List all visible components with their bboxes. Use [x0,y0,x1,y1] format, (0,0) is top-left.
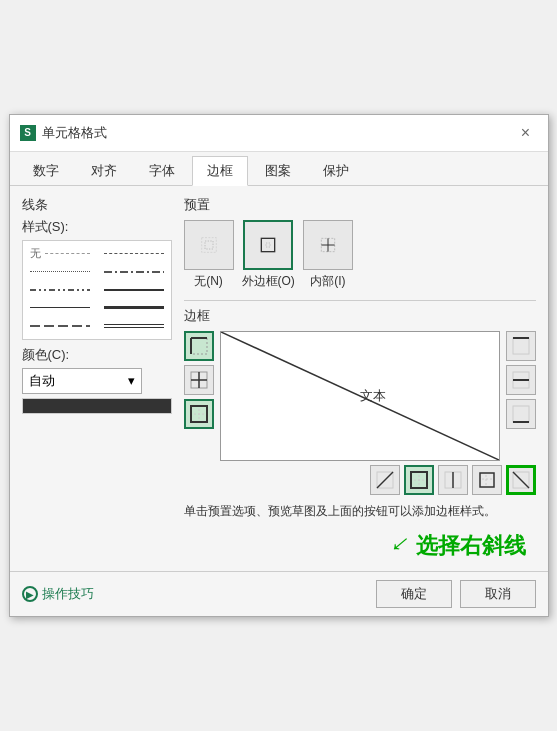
svg-line-34 [513,472,529,488]
dialog: S 单元格格式 × 数字 对齐 字体 边框 图案 保护 线条 样式(S): 无 [9,114,549,618]
border-btn-outline3[interactable] [472,465,502,495]
border-btn-outline2[interactable] [404,465,434,495]
line-style-dashdot2[interactable] [29,283,91,297]
preset-outer-btn[interactable] [243,220,293,270]
tab-number[interactable]: 数字 [18,156,74,185]
footer-buttons: 确定 取消 [376,580,536,608]
preset-label: 预置 [184,196,536,214]
border-preview[interactable]: 文本 [220,331,500,461]
border-top-left-icon [190,337,208,355]
border-btn-vert[interactable] [438,465,468,495]
style-label: 样式(S): [22,218,172,236]
title-bar: S 单元格格式 × [10,115,548,152]
border-left-buttons [184,331,214,461]
svg-rect-30 [480,473,494,487]
border-btn-diag-right[interactable] [506,465,536,495]
annotation-text: 选择右斜线 [416,531,536,561]
tab-protect[interactable]: 保护 [308,156,364,185]
line-style-double[interactable] [103,319,165,333]
border-bottom-icon [512,405,530,423]
border-bottom-row [184,465,536,495]
hint-text: 单击预置选项、预览草图及上面的按钮可以添加边框样式。 [184,503,536,520]
main-content: 线条 样式(S): 无 [10,186,548,572]
help-label: 操作技巧 [42,585,94,603]
solid-thin [30,307,90,308]
window-title: 单元格格式 [42,124,107,142]
preset-outer: 外边框(O) [242,220,295,290]
border-btn-bottom[interactable] [506,399,536,429]
preset-outer-icon [258,235,278,255]
double-top [104,324,164,325]
line-style-solid-medium[interactable] [103,283,165,297]
border-btn-diag-left[interactable] [370,465,400,495]
svg-rect-2 [261,238,274,251]
preset-none-icon [199,235,219,255]
svg-rect-7 [191,338,207,354]
svg-rect-1 [205,241,213,249]
line-style-none[interactable]: 无 [29,247,91,261]
preset-inner-label: 内部(I) [310,273,345,290]
preset-none: 无(N) [184,220,234,290]
preset-items: 无(N) 外边框(O) [184,220,536,290]
line-styles-box: 无 [22,240,172,340]
border-label: 边框 [184,300,536,325]
line-style-dash1[interactable] [103,247,165,261]
border-btn-middle[interactable] [506,365,536,395]
none-line [45,253,90,254]
border-inner-icon [190,371,208,389]
preset-none-label: 无(N) [194,273,223,290]
help-link[interactable]: ▶ 操作技巧 [22,585,94,603]
tab-font[interactable]: 字体 [134,156,190,185]
preset-none-btn[interactable] [184,220,234,270]
border-btn-outline[interactable] [184,399,214,429]
svg-line-24 [377,472,393,488]
line-style-solid-thick[interactable] [103,301,165,315]
border-diag-left-icon [376,471,394,489]
border-section: 边框 [184,300,536,495]
preset-inner-btn[interactable] [303,220,353,270]
preset-inner-icon [318,235,338,255]
dropdown-arrow: ▾ [128,373,135,388]
border-btn-top[interactable] [506,331,536,361]
title-bar-left: S 单元格格式 [20,124,107,142]
right-panel: 预置 无(N) [184,196,536,562]
line-style-dashdot[interactable] [103,265,165,279]
line-style-medium-dash[interactable] [29,319,91,333]
solid-thick [104,306,164,309]
svg-rect-0 [201,237,216,252]
border-middle-icon [512,371,530,389]
tab-align[interactable]: 对齐 [76,156,132,185]
footer: ▶ 操作技巧 确定 取消 [10,571,548,616]
border-diag-right-icon [512,471,530,489]
lines-section-label: 线条 [22,196,172,214]
border-outline3-icon [478,471,496,489]
border-outline2-icon [410,471,428,489]
line-style-solid-thin[interactable] [29,301,91,315]
border-vert-icon [444,471,462,489]
double-bottom [104,327,164,328]
close-button[interactable]: × [514,121,538,145]
svg-rect-21 [513,406,529,422]
color-dropdown[interactable]: 自动 ▾ [22,368,142,394]
preview-text: 文本 [360,387,386,405]
ok-button[interactable]: 确定 [376,580,452,608]
border-outline-icon [190,405,208,423]
cancel-button[interactable]: 取消 [460,580,536,608]
preset-outer-label: 外边框(O) [242,273,295,290]
color-section: 颜色(C): 自动 ▾ [22,346,172,414]
annotation-area: ↑ 选择右斜线 [184,523,536,561]
dot-line [30,271,90,272]
app-icon: S [20,125,36,141]
svg-rect-17 [513,338,529,354]
color-value: 自动 [29,372,55,390]
none-label: 无 [30,246,41,261]
tab-bar: 数字 对齐 字体 边框 图案 保护 [10,152,548,186]
border-right-buttons [506,331,536,461]
border-btn-top-left[interactable] [184,331,214,361]
border-btn-plus[interactable] [184,365,214,395]
tab-border[interactable]: 边框 [192,156,248,186]
tab-pattern[interactable]: 图案 [250,156,306,185]
arrow-icon: ↑ [382,530,416,561]
line-style-dot[interactable] [29,265,91,279]
border-layout: 文本 [184,331,536,461]
